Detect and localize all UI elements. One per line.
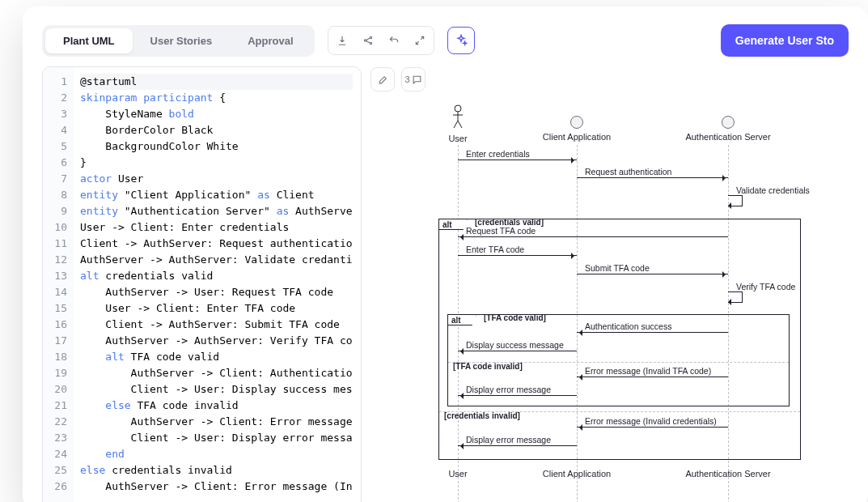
message-label: Enter TFA code — [466, 245, 524, 254]
topbar: Plant UMLUser StoriesApproval Generate U… — [23, 6, 868, 66]
message-arrow — [458, 395, 577, 396]
comments-button[interactable]: 3 — [401, 67, 426, 91]
code-line[interactable]: AuthServer -> User: Request TFA code — [80, 284, 353, 300]
code-line[interactable]: @startuml — [80, 74, 353, 90]
code-line[interactable]: skinparam participant { — [80, 90, 353, 106]
code-line[interactable]: AuthServer -> Client: Error message — [80, 414, 353, 430]
code-line[interactable]: else TFA code invalid — [80, 398, 353, 414]
lifeline-user: User — [409, 104, 506, 143]
message-label: Display success message — [466, 340, 564, 350]
message-label: Enter credentials — [466, 149, 530, 159]
ai-sparkle-button[interactable] — [447, 27, 475, 54]
message-arrow — [458, 255, 577, 256]
editor-pane: 1234567891011121314151617181920212223242… — [42, 66, 362, 502]
line-gutter: 1234567891011121314151617181920212223242… — [43, 67, 74, 502]
code-line[interactable]: end — [80, 446, 353, 462]
svg-point-3 — [455, 105, 461, 112]
diagram-toolbar: 3 — [370, 67, 426, 91]
message-arrow — [577, 427, 728, 428]
diagram-pane: 3 UserClient ApplicationAuthentication S… — [370, 66, 849, 502]
message-arrow — [458, 445, 577, 446]
code-line[interactable]: User -> Client: Enter credentials — [80, 219, 353, 236]
toolbar — [328, 26, 434, 55]
code-line[interactable]: entity "Client Application" as Client — [80, 187, 353, 203]
expand-icon[interactable] — [409, 30, 430, 51]
svg-point-0 — [364, 40, 366, 41]
code-line[interactable]: entity "Authentication Server" as AuthSe… — [80, 203, 353, 219]
code-body[interactable]: @startumlskinparam participant { StyleNa… — [74, 67, 353, 502]
code-editor[interactable]: 1234567891011121314151617181920212223242… — [43, 67, 361, 502]
message-label: Request authentication — [585, 167, 671, 177]
message-arrow — [577, 332, 728, 333]
code-line[interactable]: User -> Client: Enter TFA code — [80, 300, 353, 317]
message-label: Display error message — [466, 385, 551, 394]
message-label: Error message (Invalid TFA code) — [585, 366, 711, 376]
lifeline-bottom-label: Authentication Server — [680, 469, 777, 479]
message-label: Submit TFA code — [585, 263, 650, 273]
self-message — [728, 195, 743, 206]
code-line[interactable]: } — [80, 155, 353, 171]
message-label: Request TFA code — [466, 226, 536, 236]
self-message — [728, 291, 743, 303]
undo-icon[interactable] — [383, 30, 404, 51]
message-arrow — [577, 376, 728, 377]
message-label: Display error message — [466, 435, 551, 445]
code-line[interactable]: alt credentials valid — [80, 268, 353, 284]
code-line[interactable]: Client -> User: Display error messa — [80, 430, 353, 446]
code-line[interactable]: AuthServer -> AuthServer: Validate creda… — [80, 252, 353, 268]
svg-point-2 — [370, 42, 371, 44]
message-arrow — [577, 177, 728, 178]
tab-user-stories[interactable]: User Stories — [133, 28, 231, 53]
code-line[interactable]: Client -> AuthServer: Submit TFA code — [80, 317, 353, 333]
tab-approval[interactable]: Approval — [230, 28, 311, 53]
lifeline-auth: Authentication Server — [680, 104, 777, 142]
download-icon[interactable] — [332, 30, 353, 51]
main-split: 1234567891011121314151617181920212223242… — [23, 66, 868, 502]
message-label: Validate credentials — [736, 185, 810, 195]
app-window: Plant UMLUser StoriesApproval Generate U… — [23, 6, 868, 502]
message-arrow — [458, 160, 577, 160]
sequence-diagram: UserClient ApplicationAuthentication Ser… — [370, 104, 848, 502]
code-line[interactable]: AuthServer -> Client: Authenticatio — [80, 365, 353, 381]
message-arrow — [458, 351, 577, 351]
code-line[interactable]: actor User — [80, 171, 353, 187]
tab-plant-uml[interactable]: Plant UML — [45, 28, 133, 53]
svg-line-7 — [458, 121, 462, 128]
code-line[interactable]: AuthServer -> Client: Error message (In — [80, 479, 353, 495]
tab-group: Plant UMLUser StoriesApproval — [42, 25, 315, 57]
lifeline-bottom-label: Client Application — [528, 469, 625, 479]
lifeline-client: Client Application — [528, 104, 625, 142]
message-arrow — [458, 236, 728, 237]
code-line[interactable]: Client -> AuthServer: Request authentica… — [80, 236, 353, 252]
edit-icon[interactable] — [370, 67, 395, 91]
code-line[interactable]: BackgroundColor White — [80, 138, 353, 155]
message-arrow — [577, 274, 728, 274]
message-label: Authentication success — [585, 321, 671, 331]
svg-line-6 — [454, 121, 458, 128]
svg-point-1 — [370, 36, 371, 38]
comments-count: 3 — [404, 74, 409, 84]
code-line[interactable]: BorderColor Black — [80, 122, 353, 138]
code-line[interactable]: AuthServer -> AuthServer: Verify TFA co — [80, 333, 353, 349]
code-line[interactable]: StyleName bold — [80, 106, 353, 122]
message-label: Error message (Invalid credentials) — [585, 416, 717, 426]
share-icon[interactable] — [358, 30, 379, 51]
lifeline-bottom-label: User — [409, 469, 506, 479]
generate-button[interactable]: Generate User Sto — [721, 24, 849, 57]
code-line[interactable]: else credentials invalid — [80, 462, 353, 479]
code-line[interactable]: Client -> User: Display success mes — [80, 381, 353, 398]
message-label: Verify TFA code — [736, 282, 795, 291]
code-line[interactable]: alt TFA code valid — [80, 349, 353, 365]
